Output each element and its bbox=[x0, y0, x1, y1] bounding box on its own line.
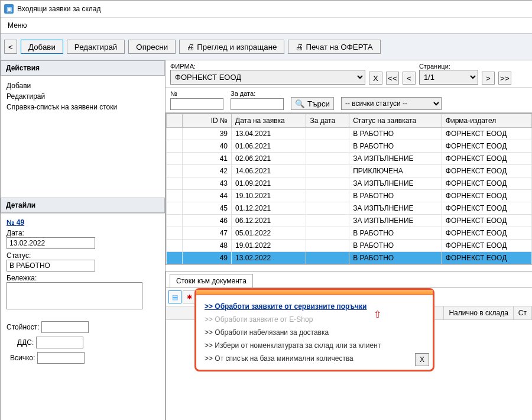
page-next-button[interactable]: > bbox=[482, 72, 495, 85]
table-row[interactable]: 4419.10.2021В РАБОТНОФОРНЕКСТ ЕООД bbox=[167, 190, 532, 202]
amount-label: Стойност: bbox=[7, 323, 40, 331]
search-button[interactable]: 🔍 Търси bbox=[291, 97, 334, 110]
detail-number[interactable]: 49 bbox=[17, 218, 24, 227]
page-prev-button[interactable]: < bbox=[403, 72, 416, 85]
vat-label: ДДС: bbox=[17, 338, 34, 347]
search-no-label: № bbox=[170, 90, 223, 97]
actions-header: Действия bbox=[1, 60, 165, 76]
table-row[interactable]: 4705.01.2022В РАБОТНОФОРНЕКСТ ЕООД bbox=[167, 227, 532, 240]
print-offer-button[interactable]: 🖨 Печат на ОФЕРТА bbox=[288, 40, 380, 54]
detail-date-input[interactable] bbox=[7, 237, 95, 249]
table-row[interactable]: 4301.09.2021ЗА ИЗПЪЛНЕНИЕФОРНЕКСТ ЕООД bbox=[167, 177, 532, 190]
actions-popup: >> Обработи заявките от сервизните поръч… bbox=[194, 288, 434, 371]
pages-label: Страници: bbox=[419, 63, 478, 70]
print-offer-label: Печат на ОФЕРТА bbox=[306, 43, 372, 51]
action-report[interactable]: Справка-списък на заявени стоки bbox=[7, 102, 159, 112]
page-select[interactable]: 1/1 bbox=[419, 70, 478, 85]
table-row[interactable]: 3913.04.2021В РАБОТНОФОРНЕКСТ ЕООД bbox=[167, 128, 532, 140]
window-title: Входящи заявки за склад bbox=[17, 5, 100, 13]
tool-icon-1[interactable]: ▤ bbox=[168, 290, 181, 303]
page-last-button[interactable]: >> bbox=[498, 72, 511, 85]
total-label: Всичко: bbox=[10, 354, 35, 362]
search-date-input[interactable] bbox=[231, 98, 284, 110]
popup-opt-service-orders[interactable]: >> Обработи заявките от сервизните поръч… bbox=[205, 300, 424, 313]
printer-icon: 🖨 bbox=[296, 43, 303, 51]
printer-icon: 🖨 bbox=[187, 43, 194, 51]
col-for-date[interactable]: За дата bbox=[306, 114, 349, 128]
firm-label: ФИРМА: bbox=[170, 63, 365, 70]
doc-items-panel: Стоки към документа ▤ ✱ ✖ ▦ Налично в ск… bbox=[166, 271, 532, 420]
menu-item[interactable]: Меню bbox=[4, 20, 30, 31]
detail-status-label: Статус: bbox=[7, 251, 159, 260]
table-row[interactable]: 4214.06.2021ПРИКЛЮЧЕНАФОРНЕКСТ ЕООД bbox=[167, 165, 532, 177]
search-label: Търси bbox=[307, 99, 330, 108]
detail-date-label: Дата: bbox=[7, 229, 159, 237]
back-button[interactable]: < bbox=[4, 40, 17, 54]
amount-input[interactable] bbox=[41, 321, 89, 333]
tool-icon-2[interactable]: ✱ bbox=[183, 290, 196, 303]
col-stock[interactable]: Налично в склада bbox=[444, 306, 513, 319]
table-row[interactable]: 4102.06.2021ЗА ИЗПЪЛНЕНИЕФОРНЕКСТ ЕООД bbox=[167, 153, 532, 165]
doc-items-tab[interactable]: Стоки към документа bbox=[170, 274, 253, 287]
page-first-button[interactable]: << bbox=[386, 72, 399, 85]
table-row[interactable]: 4001.06.2021В РАБОТНОФОРНЕКСТ ЕООД bbox=[167, 140, 532, 153]
col-id[interactable]: ID № bbox=[183, 114, 232, 128]
menubar: Меню bbox=[1, 18, 532, 34]
detail-note-label: Бележка: bbox=[7, 274, 159, 282]
left-panel: Действия Добави Редактирай Справка-списъ… bbox=[1, 60, 166, 420]
table-row[interactable]: 4501.12.2021ЗА ИЗПЪЛНЕНИЕФОРНЕКСТ ЕООД bbox=[167, 202, 532, 215]
edit-button[interactable]: Редактирай bbox=[67, 40, 125, 54]
popup-opt-delivery[interactable]: >> Обработи набелязани за доставка bbox=[205, 326, 424, 339]
firm-clear-button[interactable]: X bbox=[369, 72, 382, 85]
col-status[interactable]: Статус на заявката bbox=[349, 114, 442, 128]
details-header: Детайли bbox=[1, 198, 165, 213]
preview-send-label: Преглед и изпращане bbox=[197, 43, 277, 51]
detail-number-label[interactable]: № bbox=[7, 218, 17, 227]
table-row[interactable]: 4913.02.2022В РАБОТНОФОРНЕКСТ ЕООД bbox=[167, 252, 532, 264]
col-req-date[interactable]: Дата на заявка bbox=[232, 114, 306, 128]
action-add[interactable]: Добави bbox=[7, 80, 159, 91]
status-filter-select[interactable]: -- всички статуси -- bbox=[341, 97, 442, 110]
search-no-input[interactable] bbox=[170, 98, 223, 110]
popup-opt-eshop: >> Обработи заявките от E-Shop bbox=[205, 313, 424, 326]
requests-grid[interactable]: ID № Дата на заявка За дата Статус на за… bbox=[166, 113, 532, 265]
popup-opt-minqty[interactable]: >> От списък на база минимални количеств… bbox=[205, 352, 424, 365]
detail-note-input[interactable] bbox=[7, 282, 142, 309]
refresh-button[interactable]: Опресни bbox=[128, 40, 176, 54]
firm-select[interactable]: ФОРНЕКСТ ЕООД bbox=[170, 70, 365, 85]
table-row[interactable]: 4819.01.2022В РАБОТНОФОРНЕКСТ ЕООД bbox=[167, 240, 532, 252]
popup-titlebar[interactable] bbox=[196, 290, 433, 295]
table-row[interactable]: 4606.12.2021ЗА ИЗПЪЛНЕНИЕФОРНЕКСТ ЕООД bbox=[167, 215, 532, 227]
col-st[interactable]: Ст bbox=[514, 306, 532, 319]
vat-input[interactable] bbox=[36, 337, 83, 348]
toolbar: < Добави Редактирай Опресни 🖨 Преглед и … bbox=[1, 34, 532, 60]
preview-send-button[interactable]: 🖨 Преглед и изпращане bbox=[179, 40, 284, 54]
popup-opt-nomenclature[interactable]: >> Избери от номенклатурата за склад или… bbox=[205, 339, 424, 352]
detail-status-input[interactable] bbox=[7, 260, 95, 272]
action-edit[interactable]: Редактирай bbox=[7, 91, 159, 102]
total-input[interactable] bbox=[37, 352, 85, 364]
col-issuer[interactable]: Фирма-издател bbox=[442, 114, 531, 128]
titlebar: ▣ Входящи заявки за склад bbox=[1, 1, 532, 18]
app-icon: ▣ bbox=[4, 4, 14, 14]
search-date-label: За дата: bbox=[231, 90, 284, 97]
add-button[interactable]: Добави bbox=[21, 40, 63, 54]
search-icon: 🔍 bbox=[295, 99, 305, 108]
popup-close-button[interactable]: X bbox=[415, 353, 429, 366]
right-panel: ФИРМА: ФОРНЕКСТ ЕООД X << < Страници: 1/… bbox=[166, 60, 532, 420]
